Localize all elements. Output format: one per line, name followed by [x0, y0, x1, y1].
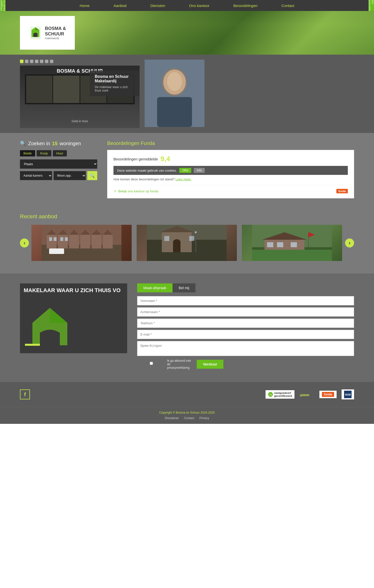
svg-rect-41 [277, 242, 283, 247]
funda-footer-logo: funda [319, 391, 337, 398]
nav-diensten[interactable]: Diensten [138, 3, 177, 8]
footer-bottom: Copyright © Bosma en Schuur 2016-2025 Di… [0, 407, 374, 424]
funda-badge: funda [336, 189, 348, 193]
property-card-1[interactable] [31, 225, 132, 261]
reviews-question: Hoe komen deze beoordelingen tot stand? … [113, 177, 348, 181]
svg-rect-8 [47, 235, 57, 248]
telefoon-input[interactable] [137, 319, 354, 328]
property-card-2[interactable] [137, 225, 237, 261]
recent-aanbod-section: Recent aanbod ‹ [0, 206, 374, 273]
footer-logos: VG vastgoedcertgecertificeerd |||NWWI fu… [266, 389, 354, 399]
svg-rect-40 [267, 242, 273, 247]
svg-rect-16 [92, 235, 101, 248]
reviews-question-text: Hoe komen deze beoordelingen tot stand? [113, 177, 175, 181]
nav-home[interactable]: Home [68, 3, 101, 8]
achternaam-input[interactable] [137, 307, 354, 317]
nav-contact[interactable]: Contact [270, 3, 306, 8]
svg-rect-34 [195, 232, 196, 252]
cookie-text: Deze website maakt gebruik van cookies. [117, 169, 177, 172]
dot-1[interactable] [20, 60, 23, 63]
footer-disclaimer[interactable]: Disclaimer [165, 416, 179, 420]
hero-banner: BOSMA &SCHUUR makelaardij [0, 11, 374, 55]
contact-section: MAKELAAR WAAR U ZICH THUIS VO Maak afspr… [0, 273, 374, 382]
carousel-next-button[interactable]: › [345, 238, 354, 247]
vastgoedcert-logo: VG vastgoedcertgecertificeerd [266, 390, 294, 399]
footer: f VG vastgoedcertgecertificeerd |||NWWI … [0, 382, 374, 424]
footer-contact[interactable]: Contact [184, 416, 194, 420]
property-card-3[interactable] [242, 225, 342, 261]
nvm-logo: NVM [342, 389, 354, 399]
svg-rect-23 [60, 237, 63, 241]
contact-form-row: Ik ga akkoord met de privacyverklaring V… [137, 359, 354, 369]
tab-bel-mij[interactable]: Bel mij [173, 283, 195, 292]
dot-4[interactable] [35, 60, 38, 63]
slide-image: BOSMA & SCHUUR Geld in Huis Bosma en Sch… [20, 66, 140, 128]
cookie-ok-button[interactable]: OKé [179, 168, 191, 173]
svg-text:VG: VG [269, 394, 272, 396]
person-photo [145, 60, 204, 127]
dot-6[interactable] [45, 60, 48, 63]
dot-3[interactable] [30, 60, 33, 63]
voornaam-input[interactable] [137, 296, 354, 305]
vastgoedcert-label: vastgoedcertgecertificeerd [274, 391, 292, 397]
reviews-lees-meer[interactable]: Lees meer. [176, 177, 191, 181]
search-icon: 🔍 [20, 140, 26, 146]
dot-5[interactable] [40, 60, 43, 63]
filter-beide[interactable]: Beide [20, 150, 35, 156]
privacy-checkbox-label: Ik ga akkoord met de privacyverklaring [137, 359, 193, 369]
contact-green-bar [25, 344, 40, 346]
search-filters: Beide Koop Huur [20, 150, 97, 156]
cookie-info-button[interactable]: Info [194, 168, 205, 173]
svg-rect-33 [189, 236, 194, 241]
svg-rect-20 [49, 248, 64, 254]
svg-rect-10 [58, 235, 68, 248]
svg-rect-24 [65, 237, 68, 241]
property-image-3 [242, 225, 342, 261]
slide-caption: Bosma en Schuur Makelaardij De makelaar … [90, 71, 140, 96]
contact-banner: MAKELAAR WAAR U ZICH THUIS VO [20, 283, 127, 353]
filter-koop[interactable]: Koop [37, 150, 51, 156]
email-input[interactable] [137, 330, 354, 339]
carousel-items [31, 225, 343, 261]
submit-button[interactable]: Verstuur [197, 360, 223, 369]
caption-title: Bosma en Schuur Makelaardij [95, 74, 135, 83]
reviews-box: Beoordelingen gemiddelde 9,4 Deze websit… [107, 150, 354, 198]
search-title: 🔍 Zoeken in 15 woningen [20, 140, 97, 146]
svg-rect-46 [252, 250, 332, 261]
facebook-icon[interactable]: f [20, 389, 30, 399]
dot-7[interactable] [50, 60, 53, 63]
tab-afspraak[interactable]: Maak afspraak [137, 283, 173, 292]
svg-rect-12 [69, 235, 79, 248]
nwwi-logo: |||NWWI [299, 391, 314, 398]
logo-box: BOSMA &SCHUUR makelaardij [20, 16, 75, 50]
contact-banner-text: MAKELAAR WAAR U ZICH THUIS VO [24, 287, 123, 294]
svg-point-31 [173, 239, 181, 245]
inloggen-label[interactable]: Inloggen move.nl [0, 0, 5, 11]
funda-footer-badge: funda [322, 392, 334, 397]
nav-aanbod[interactable]: Aanbod [101, 3, 138, 8]
carousel-prev-button[interactable]: ‹ [20, 238, 29, 247]
caption-subtitle: De makelaar waar u zich thuis voelt [95, 85, 135, 92]
search-button[interactable]: 🔍 [87, 171, 97, 180]
nav-ons-kantoor[interactable]: Ons kantoor [177, 3, 221, 8]
contact-form: Ik ga akkoord met de privacyverklaring V… [137, 296, 354, 369]
area-select[interactable]: Woon.opp. [54, 171, 86, 180]
footer-privacy[interactable]: Privacy [199, 416, 209, 420]
rooms-select[interactable]: Aantal kamers [20, 171, 52, 180]
place-select[interactable]: Plaats [20, 159, 97, 169]
filter-huur[interactable]: Huur [53, 150, 67, 156]
copyright-text: Copyright © Bosma en Schuur 2016-2025 [20, 411, 354, 414]
privacy-checkbox[interactable] [137, 362, 166, 365]
svg-rect-4 [157, 97, 192, 127]
favorieten-label[interactable]: Mijn favorieten [369, 0, 374, 11]
nav-beoordelingen[interactable]: Beoordelingen [221, 3, 270, 8]
footer-main: f VG vastgoedcertgecertificeerd |||NWWI … [0, 382, 374, 407]
search-reviews-section: 🔍 Zoeken in 15 woningen Beide Koop Huur … [0, 133, 374, 206]
funda-link[interactable]: ↗ Bekijk ons kantoor op funda funda [113, 189, 348, 193]
svg-point-35 [195, 231, 197, 233]
svg-text:NVM: NVM [345, 393, 351, 396]
svg-text:|||NWWI: |||NWWI [300, 394, 309, 397]
dot-2[interactable] [25, 60, 28, 63]
property-image-1 [31, 225, 132, 261]
opmerkingen-textarea[interactable] [137, 341, 354, 356]
